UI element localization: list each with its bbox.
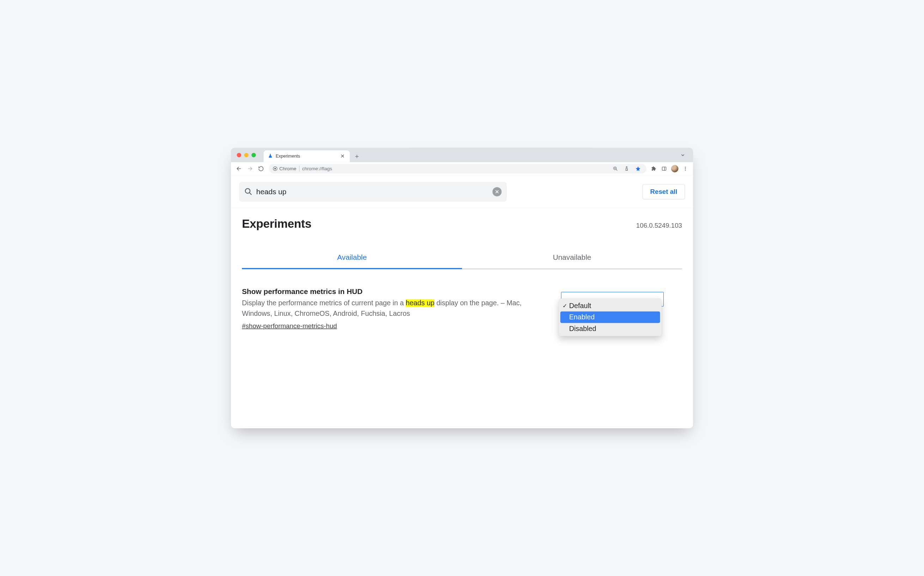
option-default[interactable]: ✓ Default (560, 300, 660, 312)
option-default-label: Default (569, 302, 591, 309)
svg-line-5 (616, 169, 617, 170)
url-text: chrome://flags (302, 166, 332, 171)
close-window-button[interactable] (237, 153, 241, 157)
flag-select[interactable]: ✓ Default Enabled Disabled (561, 292, 664, 307)
tab-unavailable[interactable]: Unavailable (462, 249, 682, 269)
address-bar[interactable]: Chrome chrome://flags (269, 164, 647, 173)
svg-point-14 (245, 189, 250, 193)
flags-search-input[interactable] (256, 187, 488, 196)
tabs: Available Unavailable (242, 249, 682, 269)
option-disabled[interactable]: Disabled (560, 323, 660, 334)
option-enabled-label: Enabled (569, 314, 595, 321)
share-icon[interactable] (622, 164, 631, 173)
browser-tab[interactable]: Experiments ✕ (263, 150, 349, 162)
page-title: Experiments (242, 217, 311, 230)
back-button[interactable] (234, 164, 244, 173)
svg-point-13 (685, 170, 685, 170)
clear-search-button[interactable] (492, 187, 501, 196)
svg-point-11 (685, 167, 685, 168)
new-tab-button[interactable]: ＋ (352, 152, 362, 162)
tab-available-label: Available (337, 253, 367, 261)
tab-title: Experiments (276, 154, 300, 159)
extensions-icon[interactable] (649, 164, 658, 173)
flask-icon (268, 154, 273, 159)
flag-anchor-link[interactable]: #show-performance-metrics-hud (242, 322, 337, 330)
tab-overflow-button[interactable] (679, 152, 687, 159)
forward-button[interactable] (245, 164, 255, 173)
reset-all-button[interactable]: Reset all (642, 184, 685, 200)
page-viewport: Reset all Experiments 106.0.5249.103 Ava… (231, 175, 693, 428)
reload-button[interactable] (256, 164, 266, 173)
svg-line-15 (249, 193, 251, 195)
flag-desc-pre: Display the performance metrics of curre… (242, 299, 406, 307)
bookmark-star-icon[interactable] (634, 164, 642, 173)
tab-unavailable-label: Unavailable (553, 253, 591, 261)
side-panel-icon[interactable] (660, 164, 669, 173)
flags-search-box[interactable] (239, 182, 507, 202)
tab-available[interactable]: Available (242, 249, 462, 269)
flag-select-dropdown: ✓ Default Enabled Disabled (559, 299, 661, 336)
zoom-icon[interactable] (611, 164, 620, 173)
option-enabled[interactable]: Enabled (560, 312, 660, 323)
svg-point-12 (685, 168, 685, 169)
flag-title: Show performance metrics in HUD (242, 287, 550, 295)
svg-rect-9 (662, 167, 666, 170)
browser-window: Experiments ✕ ＋ Chrome chrome://flags (231, 148, 693, 428)
site-chip: Chrome (272, 166, 299, 172)
window-controls (234, 153, 258, 162)
site-chip-label: Chrome (279, 166, 296, 171)
navigation-toolbar: Chrome chrome://flags (231, 162, 693, 175)
tab-strip: Experiments ✕ ＋ (231, 148, 693, 162)
chrome-version: 106.0.5249.103 (636, 222, 682, 229)
flags-content: Experiments 106.0.5249.103 Available Una… (231, 208, 693, 330)
flag-description: Display the performance metrics of curre… (242, 298, 550, 319)
reset-all-label: Reset all (650, 188, 677, 196)
profile-avatar[interactable] (671, 165, 679, 172)
tab-close-icon[interactable]: ✕ (339, 153, 346, 160)
flags-search-row: Reset all (231, 175, 693, 208)
check-icon: ✓ (562, 302, 568, 309)
svg-point-3 (274, 168, 276, 170)
kebab-menu-icon[interactable] (681, 164, 690, 173)
flag-desc-highlight: heads up (406, 299, 434, 307)
minimize-window-button[interactable] (244, 153, 248, 157)
maximize-window-button[interactable] (251, 153, 256, 157)
flag-row: Show performance metrics in HUD Display … (242, 287, 682, 330)
option-disabled-label: Disabled (569, 325, 596, 333)
search-icon (244, 187, 252, 196)
